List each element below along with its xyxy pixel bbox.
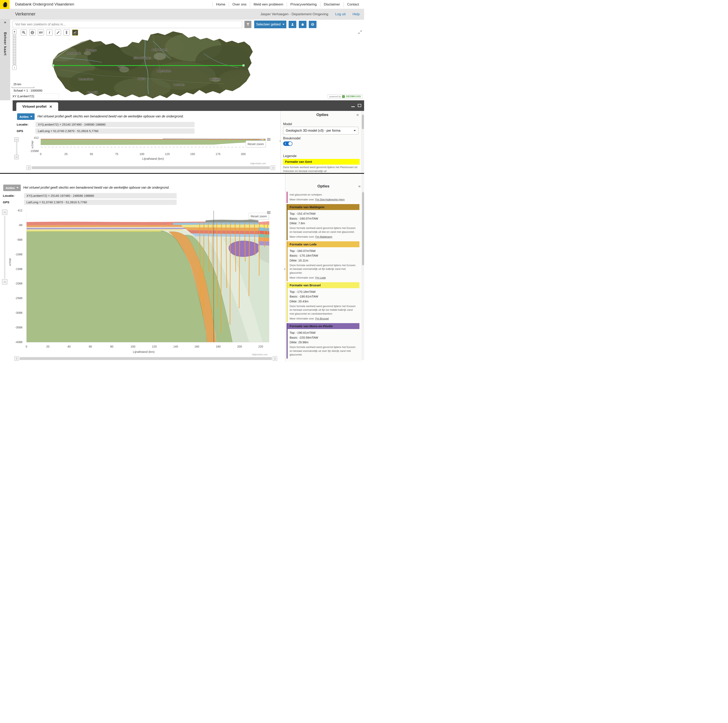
logout-link[interactable]: Log uit (335, 12, 346, 16)
chart-y-slider-handle-top[interactable] (2, 209, 7, 215)
borehole-tool-button[interactable] (64, 29, 70, 36)
expanded-profile-view: Acties Het virtueel profiel geeft slecht… (0, 173, 364, 362)
model-select[interactable]: Geologisch 3D-model (v3) - per forma (283, 127, 358, 135)
hscroll-right-button[interactable] (273, 356, 277, 361)
actions-dropdown-button[interactable]: Acties (17, 113, 35, 120)
zoom-in-button[interactable]: + (12, 29, 17, 34)
grip-lines (16, 358, 17, 360)
formation-link[interactable]: Fm Maldegem (315, 235, 332, 238)
options-vscrollbar[interactable] (361, 111, 364, 173)
y-tick-label: -3088 (10, 311, 22, 314)
tab-virtueel-profiel[interactable]: Virtueel profiel ✕ (16, 102, 58, 111)
gps-value: Lat/Long = 51,0740 2,5870 - 51,0916 5,77… (24, 200, 177, 205)
zoom-slider[interactable] (13, 35, 16, 65)
info-tool-button[interactable]: i (46, 29, 52, 36)
large-profile-chart[interactable] (26, 211, 269, 342)
x-tick-label: 50 (90, 153, 93, 156)
reset-zoom-button[interactable]: Reset zoom (246, 141, 266, 147)
actions-dropdown-button[interactable]: Acties (3, 185, 21, 191)
panel-maximize-icon[interactable] (358, 104, 361, 107)
hscroll-left-button[interactable] (14, 356, 19, 361)
map-city-label: Gent (118, 65, 125, 68)
nav-contact[interactable]: Contact (343, 2, 362, 7)
search-input[interactable] (12, 21, 242, 28)
options-collapse-icon[interactable]: « (356, 112, 359, 117)
y-tick-label: -2588 (10, 297, 22, 300)
y-tick-label: -588 (10, 238, 22, 242)
flanders-satellite-map (10, 29, 364, 100)
profile-disclaimer: Het virtueel profiel geeft slechts een b… (23, 186, 170, 190)
measure-tool-button[interactable] (55, 29, 61, 36)
legend-more-info: Meer informatie over: Fm Brussel (290, 317, 357, 320)
map-city-label: Kortrijk (87, 90, 98, 94)
xy-coordinates-tool-button[interactable]: XY (38, 29, 44, 36)
nav-over-ons[interactable]: Over ons (229, 2, 250, 7)
profile-section-line[interactable] (54, 65, 243, 66)
legend-description: Deze formele eenheid werd gevormd tijden… (290, 226, 357, 234)
formation-link[interactable]: Fm Brussel (315, 317, 329, 320)
hscroll-right-button[interactable] (271, 165, 275, 170)
filter-button[interactable] (245, 21, 251, 28)
virtual-profile-tool-button-active[interactable] (72, 29, 78, 36)
nav-home[interactable]: Home (213, 2, 229, 7)
x-tick-label: 180 (216, 345, 220, 348)
options-collapse-icon[interactable]: « (358, 183, 361, 188)
panel-minimize-icon[interactable] (351, 106, 355, 107)
nav-privacyverklaring[interactable]: Privacyverklaring (287, 2, 320, 7)
logged-in-user: Jasper Verhaegen - Departement Omgeving (260, 12, 328, 16)
x-tick-label: 140 (173, 345, 178, 348)
formation-link[interactable]: Fm Lede (315, 276, 326, 279)
formation-link[interactable]: Fm Sint-Huibrechts-Hern (315, 198, 344, 201)
legend-item-mons-en-pevele: Formatie van Mons-en-Pévèle Top: -190.61… (286, 323, 359, 359)
small-profile-chart[interactable] (41, 138, 266, 151)
grip-lines (15, 157, 18, 158)
vscroll-thumb[interactable] (362, 192, 364, 265)
pan-world-tool-button[interactable] (29, 29, 35, 36)
zoom-out-button[interactable]: - (12, 65, 17, 70)
user-location-button[interactable] (289, 21, 296, 28)
fullscreen-expand-icon[interactable] (358, 30, 362, 35)
help-link[interactable]: Help (352, 12, 359, 16)
nav-disclaimer[interactable]: Disclaimer (320, 2, 343, 7)
profile-line-end-handle[interactable] (242, 64, 245, 67)
model-label: Model (283, 122, 292, 126)
x-tick-label: 80 (110, 345, 113, 348)
select-area-button[interactable]: Selecteer gebied (254, 21, 286, 28)
tab-close-icon[interactable]: ✕ (49, 105, 52, 109)
chart-menu-icon[interactable] (267, 138, 271, 139)
nav-meld-probleem[interactable]: Meld een probleem (250, 2, 287, 7)
page: Databank Ondergrond Vlaanderen Home Over… (0, 0, 364, 362)
chart-y-slider-track[interactable] (4, 216, 5, 278)
map-city-label: Oostende (67, 51, 81, 55)
hscroll-track[interactable] (20, 357, 272, 360)
fault-model-toggle[interactable]: I (283, 141, 292, 146)
grip-lines (28, 167, 29, 169)
borehole-icon (65, 31, 68, 34)
profile-line-start-handle[interactable] (52, 64, 54, 67)
magnifier-plus-icon (22, 31, 26, 34)
chart-menu-icon[interactable] (267, 211, 271, 212)
zoom-rect-tool-button[interactable] (21, 29, 27, 36)
flanders-lion-logo[interactable] (0, 0, 9, 9)
chart-y-slider-handle-bottom[interactable] (2, 279, 7, 284)
legend-vscrollbar[interactable] (362, 174, 364, 360)
sidebar-expand-icon[interactable]: » (0, 20, 10, 24)
reset-zoom-button[interactable]: Reset zoom (249, 213, 269, 220)
grip-lines (4, 281, 6, 283)
module-title: Verkenner (15, 11, 35, 17)
home-extent-button[interactable] (299, 21, 306, 28)
zoom-extent-button[interactable] (309, 21, 317, 28)
hscroll-left-button[interactable] (26, 165, 31, 170)
vscroll-thumb[interactable] (362, 115, 364, 129)
chart-y-slider-handle-top[interactable] (14, 138, 19, 142)
map-canvas[interactable]: Oostende Brugge Antwerpen Sint-Niklaas G… (10, 29, 364, 100)
chevron-down-icon (354, 130, 356, 131)
x-tick-label: 0 (26, 345, 27, 348)
actions-label: Acties (6, 186, 15, 190)
location-label: Locatie: (17, 123, 29, 126)
hscroll-track[interactable] (32, 166, 270, 169)
x-tick-label: 25 (64, 153, 67, 156)
chart-y-slider-handle-bottom[interactable] (14, 155, 19, 159)
legend-item-sint-huibrechts-hern: met glauconiet en schelpen. Meer informa… (286, 192, 359, 203)
sidebar-label: Beheer kaart (3, 32, 7, 55)
